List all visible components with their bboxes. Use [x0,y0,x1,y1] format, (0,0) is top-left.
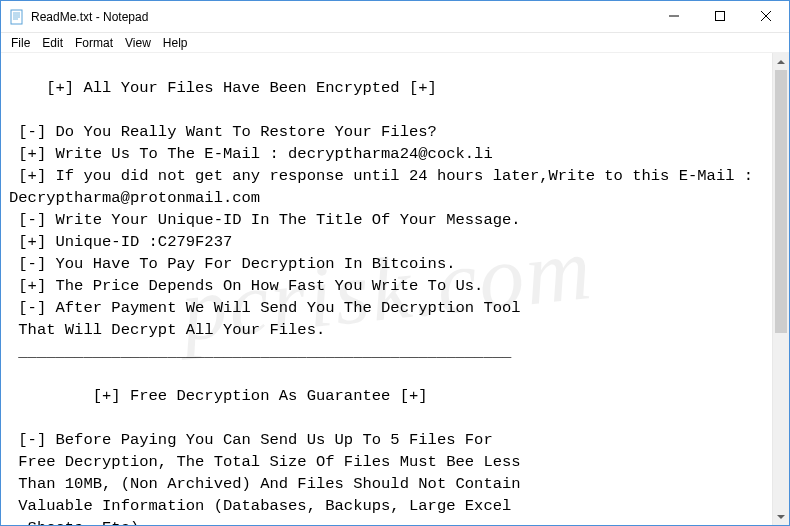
minimize-button[interactable] [651,1,697,31]
notepad-icon [9,9,25,25]
svg-marker-9 [777,60,785,64]
close-button[interactable] [743,1,789,31]
maximize-button[interactable] [697,1,743,31]
window-title: ReadMe.txt - Notepad [31,10,651,24]
scroll-up-arrow[interactable] [773,53,789,70]
vertical-scrollbar[interactable] [772,53,789,525]
content-area: [+] All Your Files Have Been Encrypted [… [1,53,789,525]
titlebar: ReadMe.txt - Notepad [1,1,789,33]
svg-rect-6 [716,12,725,21]
scroll-track[interactable] [773,70,789,508]
document-text: [+] All Your Files Have Been Encrypted [… [9,79,762,525]
scroll-down-arrow[interactable] [773,508,789,525]
svg-marker-10 [777,515,785,519]
text-editor[interactable]: [+] All Your Files Have Been Encrypted [… [1,53,772,525]
menu-file[interactable]: File [5,34,36,52]
menubar: File Edit Format View Help [1,33,789,53]
window-controls [651,1,789,32]
scroll-thumb[interactable] [775,70,787,333]
menu-help[interactable]: Help [157,34,194,52]
menu-view[interactable]: View [119,34,157,52]
menu-edit[interactable]: Edit [36,34,69,52]
menu-format[interactable]: Format [69,34,119,52]
